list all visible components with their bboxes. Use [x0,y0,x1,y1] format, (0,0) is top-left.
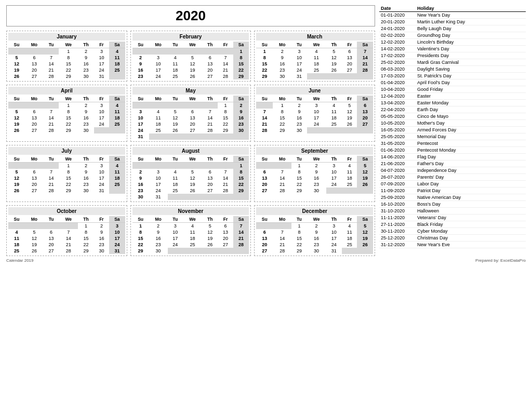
table-row: 1234 [8,163,125,169]
cal-table: SuMoTuWeThFrSa12345678910111213141516171… [256,42,373,79]
day-cell: 13 [25,61,44,67]
weekday-header: Th [326,216,342,223]
weekday-header: Sa [233,42,249,48]
day-cell: 27 [256,188,273,194]
holiday-name: Daylight Saving [416,66,526,73]
day-cell: 4 [342,223,357,230]
weekday-header: Tu [291,42,307,48]
month-name: August [132,147,249,155]
day-cell: 24 [149,188,168,194]
day-cell: 6 [25,55,44,61]
month-name: September [256,147,373,155]
list-item: 01-06-2020Pentecost Monday [379,147,526,154]
day-cell: 26 [342,121,357,127]
day-cell: 20 [25,181,44,188]
list-item: 25-02-2020Mardi Gras Carnival [379,59,526,66]
list-item: 21-06-2020Father's Day [379,160,526,167]
day-cell [342,188,357,194]
table-row: 22232425262728 [132,242,249,248]
weekday-header: Mo [149,156,168,163]
weekday-header: Tu [44,96,59,102]
day-cell: 23 [78,67,94,73]
day-cell: 8 [59,169,78,175]
day-cell: 22 [78,242,94,248]
day-cell: 22 [132,242,149,248]
day-cell: 17 [94,61,109,67]
holiday-date: 31-10-2020 [379,208,416,215]
table-row: 24252627282930 [132,127,249,133]
day-cell: 13 [256,175,273,181]
day-cell: 15 [59,115,78,121]
day-cell [183,248,202,254]
weekday-header: Su [8,96,25,102]
day-cell: 11 [342,169,357,175]
year-title: 2020 [6,5,375,26]
list-item: 16-05-2020Armed Forces Day [379,127,526,133]
day-cell: 24 [326,181,342,188]
table-row: 567891011 [8,55,125,61]
day-cell: 14 [273,175,291,181]
list-item: 20-01-2020Martin Luther King Day [379,19,526,25]
day-cell: 31 [94,73,109,79]
day-cell: 11 [168,61,183,67]
table-row: 2930 [132,248,249,254]
month-name: December [256,207,373,215]
holiday-name: Martin Luther King Day [416,19,526,25]
day-cell: 18 [183,235,202,242]
cal-table: SuMoTuWeThFrSa12345678910111213141516171… [132,42,249,79]
page: 2020 JanuarySuMoTuWeThFrSa12345678910111… [0,0,532,415]
day-cell: 18 [109,115,125,121]
holiday-date: 16-10-2020 [379,201,416,208]
day-cell: 18 [109,175,125,181]
day-cell [233,133,249,140]
day-cell: 27 [183,127,202,133]
weekday-header: Th [78,216,94,223]
holiday-date: 25-05-2020 [379,133,416,140]
day-cell: 4 [109,48,125,55]
month-block-july: JulySuMoTuWeThFrSa1234567891011121314151… [6,145,127,202]
month-block-october: OctoberSuMoTuWeThFrSa1234567891011121314… [6,205,127,256]
day-cell: 17 [149,181,168,188]
month-block-november: NovemberSuMoTuWeThFrSa123456789101112131… [130,205,251,256]
holiday-date: 10-04-2020 [379,86,416,93]
day-cell: 22 [59,181,78,188]
day-cell: 18 [326,115,342,121]
day-cell: 8 [291,169,307,175]
weekday-header: We [59,42,78,48]
holiday-name: New Year's Day [416,12,526,19]
day-cell: 21 [59,242,78,248]
day-cell: 28 [44,188,59,194]
table-row: 1234 [8,48,125,55]
holiday-date: 17-03-2020 [379,73,416,79]
day-cell: 27 [357,121,373,127]
day-cell: 29 [132,248,149,254]
day-cell: 10 [168,229,183,235]
list-item: 31-05-2020Pentecost [379,140,526,147]
day-cell [218,248,233,254]
day-cell: 11 [168,175,183,181]
holiday-date: 14-02-2020 [379,46,416,52]
day-cell: 20 [218,235,233,242]
day-cell [168,133,183,140]
day-cell: 25 [149,127,168,133]
cal-table: SuMoTuWeThFrSa12345678910111213141516171… [132,156,249,200]
list-item: 13-04-2020Easter Monday [379,100,526,106]
day-cell: 27 [25,188,44,194]
table-row: 293031 [256,73,373,79]
table-row: 891011121314 [132,229,249,235]
day-cell [94,127,109,133]
table-row: 12131415161718 [8,175,125,181]
day-cell: 6 [256,169,273,175]
day-cell: 24 [291,67,307,73]
list-item: 11-11-2020Veterans' Day [379,215,526,221]
weekday-header: Fr [342,216,357,223]
day-cell [273,223,291,230]
day-cell: 31 [132,133,149,140]
day-cell: 1 [59,48,78,55]
day-cell: 28 [218,188,233,194]
day-cell: 14 [233,229,249,235]
day-cell: 24 [132,127,149,133]
list-item: 22-04-2020Earth Day [379,106,526,113]
day-cell: 7 [273,169,291,175]
day-cell: 20 [342,61,357,67]
